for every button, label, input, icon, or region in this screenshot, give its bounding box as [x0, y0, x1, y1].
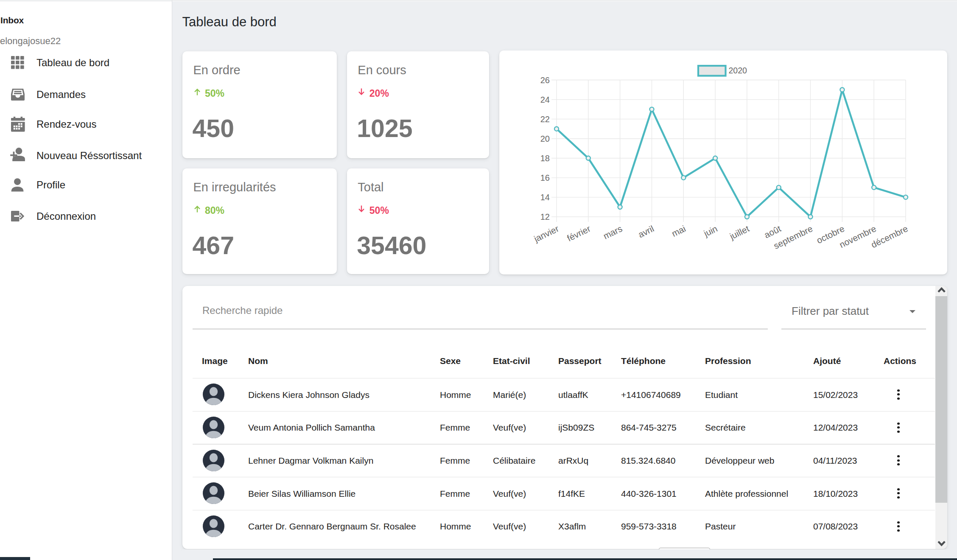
svg-text:décembre: décembre: [870, 224, 909, 250]
svg-text:mars: mars: [602, 224, 624, 241]
svg-text:2020: 2020: [729, 66, 747, 75]
svg-text:avril: avril: [637, 224, 656, 240]
svg-text:janvier: janvier: [532, 224, 560, 244]
svg-text:16: 16: [540, 173, 550, 182]
svg-text:12: 12: [540, 212, 550, 221]
svg-text:22: 22: [540, 115, 550, 124]
svg-text:juillet: juillet: [728, 224, 751, 241]
svg-text:mai: mai: [670, 224, 688, 239]
svg-text:26: 26: [540, 76, 550, 85]
svg-text:18: 18: [540, 154, 550, 163]
svg-text:20: 20: [540, 134, 550, 143]
svg-text:24: 24: [540, 95, 550, 104]
svg-text:juin: juin: [702, 224, 719, 238]
svg-text:14: 14: [540, 193, 550, 202]
svg-text:février: février: [565, 224, 592, 243]
svg-text:août: août: [763, 224, 783, 240]
